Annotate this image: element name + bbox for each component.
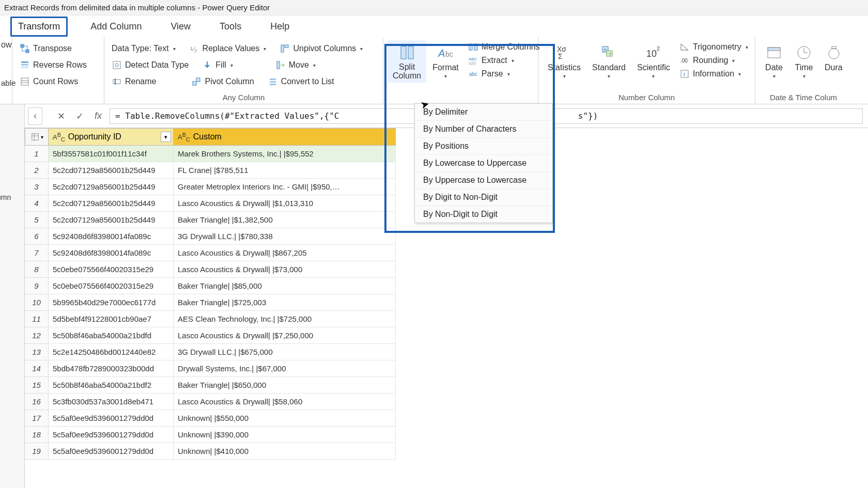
cell-opportunity-id[interactable]: 5b9965b40d29e7000ec6177d bbox=[49, 294, 174, 311]
row-number[interactable]: 15 bbox=[25, 377, 49, 393]
row-number[interactable]: 16 bbox=[25, 393, 49, 410]
reverse-rows-button[interactable]: Reverse Rows bbox=[17, 58, 90, 72]
cell-opportunity-id[interactable]: 5c5af0ee9d5396001279dd0d bbox=[49, 443, 174, 460]
menu-tools[interactable]: Tools bbox=[213, 18, 247, 35]
row-number[interactable]: 4 bbox=[25, 195, 49, 212]
row-number[interactable]: 11 bbox=[25, 311, 49, 327]
menu-add-column[interactable]: Add Column bbox=[84, 18, 148, 35]
cell-opportunity-id[interactable]: 5c5af0ee9d5396001279dd0d bbox=[49, 410, 174, 427]
cell-opportunity-id[interactable]: 5d5bebf4f91228001cb90ae7 bbox=[49, 311, 174, 327]
split-by-positions[interactable]: By Positions bbox=[415, 137, 552, 154]
cell-custom[interactable]: Drywall Systems, Inc.| |$67,000 bbox=[174, 360, 396, 377]
cell-opportunity-id[interactable]: 5c2cd07129a856001b25d449 bbox=[49, 162, 174, 179]
split-by-digit-to-non-digit[interactable]: By Digit to Non-Digit bbox=[415, 188, 552, 206]
cell-opportunity-id[interactable]: 5c92408d6f83980014fa089c bbox=[49, 228, 174, 245]
pivot-column-button[interactable]: Pivot Column bbox=[188, 75, 257, 88]
trigonometry-button[interactable]: Trigonometry bbox=[676, 40, 751, 54]
split-by-uppercase-to-lowercase[interactable]: By Uppercase to Lowercase bbox=[415, 171, 552, 188]
rename-button[interactable]: Rename bbox=[109, 75, 159, 88]
cell-opportunity-id[interactable]: 5c92408d6f83980014fa089c bbox=[49, 245, 174, 261]
fx-icon[interactable]: fx bbox=[91, 109, 105, 123]
convert-to-list-button[interactable]: Convert to List bbox=[265, 75, 337, 88]
row-number[interactable]: 19 bbox=[25, 443, 49, 460]
split-by-non-digit-to-digit[interactable]: By Non-Digit to Digit bbox=[415, 206, 552, 223]
time-button[interactable]: Time▾ bbox=[789, 40, 818, 83]
row-number[interactable]: 9 bbox=[25, 278, 49, 294]
row-number[interactable]: 7 bbox=[25, 245, 49, 261]
row-number[interactable]: 13 bbox=[25, 344, 49, 360]
column-header-opportunity-id[interactable]: ABCOpportunity ID▾ bbox=[49, 128, 174, 146]
split-by-number-of-characters[interactable]: By Number of Characters bbox=[415, 120, 552, 137]
split-by-lowercase-to-uppercase[interactable]: By Lowercase to Uppercase bbox=[415, 154, 552, 171]
cell-opportunity-id[interactable]: 5bdb478fb7289000323b00dd bbox=[49, 360, 174, 377]
row-number[interactable]: 5 bbox=[25, 212, 49, 228]
cell-opportunity-id[interactable]: 5c2e14250486bd0012440e82 bbox=[49, 344, 174, 360]
standard-button[interactable]: +× Standard▾ bbox=[587, 40, 631, 83]
cell-opportunity-id[interactable]: 5c2cd07129a856001b25d449 bbox=[49, 195, 174, 212]
row-number[interactable]: 17 bbox=[25, 410, 49, 427]
cell-custom[interactable]: Lasco Acoustics & Drywall| |$867,205 bbox=[174, 245, 396, 261]
cell-custom[interactable]: Unknown| |$410,000 bbox=[174, 443, 396, 460]
cell-custom[interactable]: Lasco Acoustics & Drywall| |$73,000 bbox=[174, 261, 396, 278]
cell-custom[interactable]: Lasco Acoustics & Drywall| |$1,013,310 bbox=[174, 195, 396, 212]
cell-custom[interactable]: Marek Brothers Systems, Inc.| |$95,552 bbox=[174, 146, 396, 162]
cell-custom[interactable]: Unknown| |$390,000 bbox=[174, 427, 396, 443]
count-rows-button[interactable]: Count Rows bbox=[17, 75, 81, 88]
split-by-delimiter[interactable]: By Delimiter bbox=[415, 104, 552, 120]
cell-custom[interactable]: Greater Metroplex Interiors Inc. - GMI| … bbox=[174, 179, 396, 195]
menu-help[interactable]: Help bbox=[264, 18, 296, 35]
information-button[interactable]: i Information bbox=[676, 67, 751, 81]
cell-custom[interactable]: FL Crane| |$785,511 bbox=[174, 162, 396, 179]
cell-opportunity-id[interactable]: 5c2cd07129a856001b25d449 bbox=[49, 179, 174, 195]
cell-opportunity-id[interactable]: 5bf3557581c01f001f11c34f bbox=[49, 146, 174, 162]
column-filter-icon[interactable]: ▾ bbox=[161, 132, 171, 142]
row-number[interactable]: 14 bbox=[25, 360, 49, 377]
split-column-button[interactable]: Split Column bbox=[388, 40, 426, 83]
cell-custom[interactable]: Unknown| |$550,000 bbox=[174, 410, 396, 427]
cell-custom[interactable]: Baker Triangle| |$650,000 bbox=[174, 377, 396, 393]
rounding-button[interactable]: .00 Rounding bbox=[676, 54, 751, 67]
cell-custom[interactable]: Baker Triangle| |$85,000 bbox=[174, 278, 396, 294]
cell-opportunity-id[interactable]: 5c0ebe075566f40020315e29 bbox=[49, 261, 174, 278]
cell-opportunity-id[interactable]: 5c0ebe075566f40020315e29 bbox=[49, 278, 174, 294]
data-type-dropdown[interactable]: Data Type: Text bbox=[109, 42, 179, 55]
parse-button[interactable]: abc Parse bbox=[465, 67, 543, 81]
cell-custom[interactable]: Baker Triangle| |$725,003 bbox=[174, 294, 396, 311]
menu-transform[interactable]: Transform bbox=[10, 17, 68, 37]
column-header-custom[interactable]: ABCCustom bbox=[174, 128, 396, 146]
row-number[interactable]: 8 bbox=[25, 261, 49, 278]
cell-custom[interactable]: 3G Drywall LLC.| |$780,338 bbox=[174, 228, 396, 245]
row-number[interactable]: 1 bbox=[25, 146, 49, 162]
cell-opportunity-id[interactable]: 5c2cd07129a856001b25d449 bbox=[49, 212, 174, 228]
cell-opportunity-id[interactable]: 5c50b8f46aba54000a21bdfd bbox=[49, 327, 174, 344]
row-number[interactable]: 18 bbox=[25, 427, 49, 443]
move-button[interactable]: Move bbox=[272, 58, 319, 72]
row-number[interactable]: 12 bbox=[25, 327, 49, 344]
grid-corner[interactable]: ▾ bbox=[25, 128, 49, 146]
merge-columns-button[interactable]: Merge Columns bbox=[465, 40, 543, 54]
date-button[interactable]: Date▾ bbox=[760, 40, 788, 83]
detect-data-type-button[interactable]: Detect Data Type bbox=[109, 58, 192, 72]
cell-custom[interactable]: AES Clean Technology, Inc.| |$725,000 bbox=[174, 311, 396, 327]
transpose-button[interactable]: Transpose bbox=[17, 42, 75, 55]
cancel-formula-button[interactable]: ✕ bbox=[54, 109, 68, 123]
replace-values-button[interactable]: 12 Replace Values bbox=[186, 42, 270, 55]
duration-button[interactable]: Dura bbox=[819, 40, 845, 83]
fill-button[interactable]: Fill bbox=[199, 58, 236, 72]
row-number[interactable]: 3 bbox=[25, 179, 49, 195]
cell-custom[interactable]: Baker Triangle| |$1,382,500 bbox=[174, 212, 396, 228]
cell-custom[interactable]: 3G Drywall LLC.| |$675,000 bbox=[174, 344, 396, 360]
statistics-button[interactable]: ΧσΣ Statistics▾ bbox=[542, 40, 586, 83]
row-number[interactable]: 6 bbox=[25, 228, 49, 245]
collapse-chevron[interactable]: ‹ bbox=[28, 107, 42, 125]
cell-opportunity-id[interactable]: 5c50b8f46aba54000a21bdf2 bbox=[49, 377, 174, 393]
row-number[interactable]: 2 bbox=[25, 162, 49, 179]
cell-custom[interactable]: Lasco Acoustics & Drywall| |$7,250,000 bbox=[174, 327, 396, 344]
extract-button[interactable]: ABC123 Extract bbox=[465, 54, 543, 67]
cell-opportunity-id[interactable]: 5c5af0ee9d5396001279dd0d bbox=[49, 427, 174, 443]
apply-formula-button[interactable]: ✓ bbox=[72, 109, 87, 123]
unpivot-columns-button[interactable]: Unpivot Columns bbox=[276, 42, 366, 55]
cell-opportunity-id[interactable]: 5c3fb030d537a3001d8eb471 bbox=[49, 393, 174, 410]
scientific-button[interactable]: 102 Scientific▾ bbox=[632, 40, 675, 83]
menu-view[interactable]: View bbox=[164, 18, 197, 35]
